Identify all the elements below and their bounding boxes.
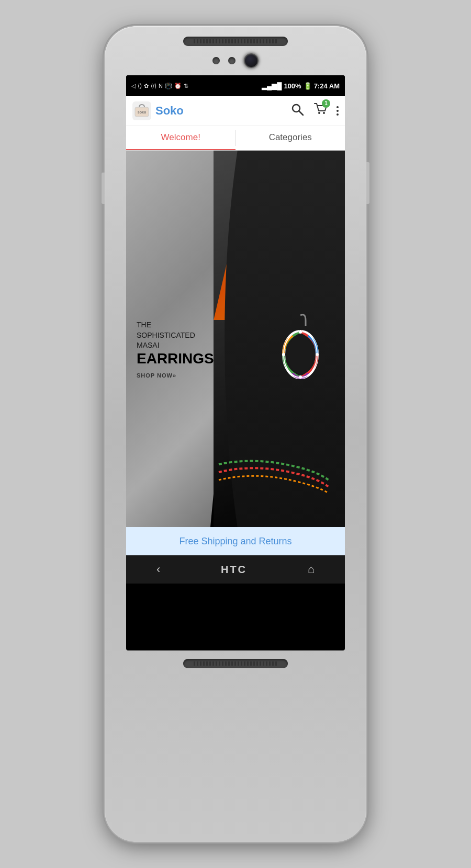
svg-line-3 [299, 111, 303, 115]
power-button[interactable] [366, 162, 369, 204]
tab-bar: Welcome! Categories [126, 125, 345, 151]
htc-logo: HTC [221, 564, 247, 576]
back-status-icon: ◁ [131, 83, 136, 89]
banner-subtitle: THE SOPHISTICATED MASAI [137, 320, 214, 351]
sensor-dot-2 [228, 57, 236, 64]
battery-icon: 🔋 [304, 82, 312, 90]
front-camera [244, 53, 259, 68]
tab-categories[interactable]: Categories [236, 125, 345, 150]
status-left-icons: ◁ ⟨⟩ ✿ ⟨/⟩ N 📳 ⏰ ⇅ [131, 83, 188, 89]
phone-screen: ◁ ⟨⟩ ✿ ⟨/⟩ N 📳 ⏰ ⇅ ▂▄▆█ 100% 🔋 7:24 AM [126, 75, 345, 650]
svg-point-8 [288, 336, 313, 373]
volume-button[interactable] [102, 173, 105, 204]
banner-main-title: EARRINGS [137, 351, 214, 367]
app-logo: soko [132, 101, 151, 120]
code-icon-1: ⟨⟩ [138, 83, 142, 89]
sensors-row [212, 53, 259, 68]
compass-icon: ✿ [144, 83, 149, 89]
back-nav-button[interactable]: ‹ [156, 563, 160, 576]
menu-dot-3 [337, 113, 339, 116]
alarm-icon: ⏰ [174, 83, 182, 89]
header-actions: 1 [290, 102, 339, 119]
shop-now-cta[interactable]: SHOP NOW» [137, 372, 214, 379]
cart-count-badge: 1 [322, 99, 330, 108]
sensor-dot-1 [212, 57, 220, 64]
nfc-icon: N [159, 83, 163, 89]
battery-percent: 100% [284, 82, 301, 90]
shipping-text: Free Shipping and Returns [179, 536, 291, 547]
svg-point-9 [299, 330, 302, 334]
vibrate-icon: 📳 [165, 83, 172, 89]
svg-point-5 [323, 112, 325, 114]
svg-point-4 [318, 112, 320, 114]
app-header: soko Soko [126, 96, 345, 125]
sync-icon: ⇅ [184, 83, 188, 89]
phone-nav-bar: ‹ HTC ⌂ [126, 555, 345, 584]
app-screen: soko Soko [126, 96, 345, 555]
svg-point-10 [316, 353, 319, 356]
menu-dot-1 [337, 106, 339, 108]
time-display: 7:24 AM [314, 82, 340, 90]
home-nav-button[interactable]: ⌂ [308, 563, 315, 576]
phone-bottom [183, 659, 288, 668]
hero-banner[interactable]: THE SOPHISTICATED MASAI EARRINGS SHOP NO… [126, 151, 345, 527]
banner-text-block: THE SOPHISTICATED MASAI EARRINGS SHOP NO… [137, 320, 214, 379]
menu-dot-2 [337, 110, 339, 112]
earring-image [277, 313, 324, 381]
tab-welcome[interactable]: Welcome! [126, 125, 236, 150]
app-name: Soko [155, 104, 286, 118]
shipping-bar: Free Shipping and Returns [126, 527, 345, 555]
svg-text:soko: soko [138, 110, 146, 114]
top-speaker [183, 37, 288, 46]
signal-bars: ▂▄▆█ [262, 82, 282, 90]
cart-button[interactable]: 1 [313, 102, 327, 119]
search-button[interactable] [290, 102, 304, 119]
overflow-menu-button[interactable] [337, 106, 339, 116]
code-icon-2: ⟨/⟩ [151, 83, 156, 89]
necklace-decoration [214, 454, 334, 496]
status-right-icons: ▂▄▆█ 100% 🔋 7:24 AM [262, 82, 340, 90]
svg-point-12 [299, 375, 302, 379]
svg-point-11 [282, 353, 285, 356]
phone-device: ◁ ⟨⟩ ✿ ⟨/⟩ N 📳 ⏰ ⇅ ▂▄▆█ 100% 🔋 7:24 AM [105, 26, 366, 842]
status-bar: ◁ ⟨⟩ ✿ ⟨/⟩ N 📳 ⏰ ⇅ ▂▄▆█ 100% 🔋 7:24 AM [126, 75, 345, 96]
bottom-speaker [183, 659, 288, 668]
